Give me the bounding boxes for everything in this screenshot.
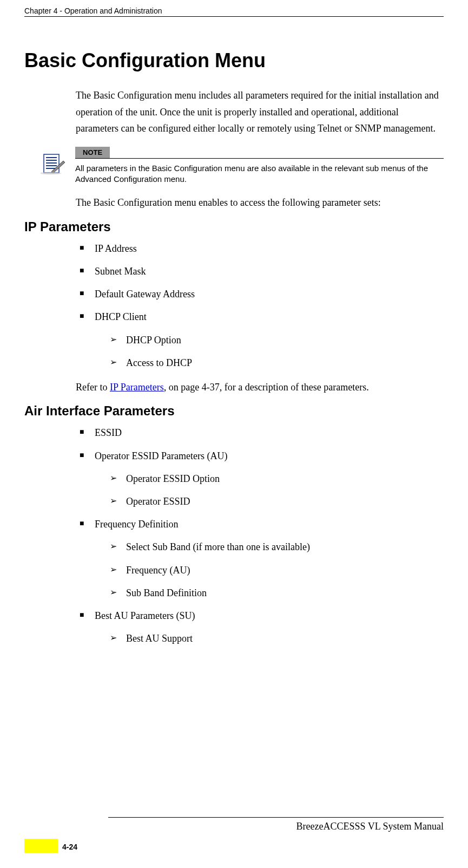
list-item-label: Select Sub Band (if more than one is ava…	[126, 541, 310, 552]
list-item-label: Sub Band Definition	[126, 588, 207, 598]
list-item-label: Operator ESSID Parameters (AU)	[95, 451, 227, 461]
refer-paragraph: Refer to IP Parameters, on page 4-37, fo…	[76, 379, 444, 396]
list-item-label: IP Address	[95, 243, 137, 254]
list-item: Sub Band Definition	[110, 586, 444, 600]
list-item-label: Best AU Parameters (SU)	[95, 610, 195, 621]
list-item-label: Default Gateway Address	[95, 289, 195, 299]
list-item: Subnet Mask	[80, 265, 444, 278]
list-item: Default Gateway Address	[80, 288, 444, 301]
page-footer: BreezeACCESSS VL System Manual 4-24	[0, 817, 468, 853]
list-item-label: DHCP Option	[126, 335, 181, 345]
note-icon	[41, 153, 65, 177]
list-item: Best AU Support	[110, 632, 444, 645]
refer-suffix: , on page 4-37, for a description of the…	[164, 382, 369, 393]
list-item-label: DHCP Client	[95, 311, 147, 322]
list-item: Frequency (AU)	[110, 564, 444, 577]
section-heading-ip: IP Parameters	[24, 219, 444, 234]
list-item: Access to DHCP	[110, 356, 444, 370]
sub-list: Select Sub Band (if more than one is ava…	[110, 540, 444, 600]
footer-accent-block	[24, 839, 58, 853]
list-item: IP Address	[80, 242, 444, 256]
ip-list: IP Address Subnet Mask Default Gateway A…	[80, 242, 444, 370]
list-item-label: Subnet Mask	[95, 266, 146, 277]
list-item-label: Frequency Definition	[95, 519, 178, 530]
page-number: 4-24	[62, 840, 77, 851]
list-item: Frequency Definition Select Sub Band (if…	[80, 518, 444, 600]
sub-list: Operator ESSID Option Operator ESSID	[110, 472, 444, 508]
list-item: Select Sub Band (if more than one is ava…	[110, 540, 444, 554]
intro-paragraph: The Basic Configuration menu includes al…	[76, 87, 444, 137]
list-item: DHCP Client DHCP Option Access to DHCP	[80, 310, 444, 370]
list-item-label: ESSID	[95, 427, 122, 438]
manual-name: BreezeACCESSS VL System Manual	[24, 821, 444, 832]
footer-divider	[108, 817, 444, 818]
page-title: Basic Configuration Menu	[24, 49, 444, 72]
air-list: ESSID Operator ESSID Parameters (AU) Ope…	[80, 426, 444, 645]
after-note-paragraph: The Basic Configuration menu enables to …	[76, 194, 444, 212]
list-item-label: Operator ESSID Option	[126, 473, 220, 484]
list-item-label: Operator ESSID	[126, 496, 190, 507]
note-text: All parameters in the Basic Configuratio…	[75, 163, 444, 185]
page-header: Chapter 4 - Operation and Administration	[24, 6, 444, 17]
section-heading-air: Air Interface Parameters	[24, 403, 444, 419]
list-item-label: Best AU Support	[126, 633, 193, 644]
list-item: Operator ESSID Parameters (AU) Operator …	[80, 449, 444, 509]
list-item: DHCP Option	[110, 334, 444, 347]
note-block: NOTE All parameters in the Basic Configu…	[41, 147, 444, 185]
list-item: Operator ESSID Option	[110, 472, 444, 486]
sub-list: Best AU Support	[110, 632, 444, 645]
list-item: ESSID	[80, 426, 444, 440]
list-item: Best AU Parameters (SU) Best AU Support	[80, 609, 444, 645]
refer-link[interactable]: IP Parameters	[110, 382, 164, 393]
list-item-label: Frequency (AU)	[126, 565, 190, 576]
chapter-title: Chapter 4 - Operation and Administration	[24, 6, 162, 15]
refer-prefix: Refer to	[76, 382, 110, 393]
sub-list: DHCP Option Access to DHCP	[110, 334, 444, 370]
list-item: Operator ESSID	[110, 495, 444, 508]
note-label: NOTE	[75, 147, 110, 158]
list-item-label: Access to DHCP	[126, 357, 192, 368]
